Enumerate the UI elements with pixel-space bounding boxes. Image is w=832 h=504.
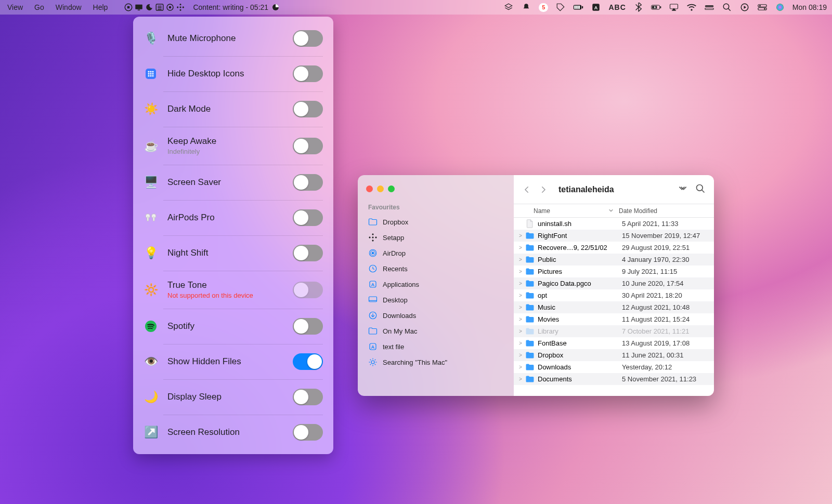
file-row[interactable]: >Library7 October 2021, 11:21 [514, 325, 714, 337]
wifi-icon[interactable] [686, 2, 697, 12]
siri-icon[interactable] [775, 2, 785, 12]
panel-row-toggle[interactable] [293, 209, 323, 226]
panel-row-mute-microphone[interactable]: 🎙️Mute Microphone [133, 21, 333, 56]
nav-forward-button[interactable] [539, 185, 548, 194]
panel-row-toggle[interactable] [293, 174, 323, 191]
menu-view[interactable]: View [7, 3, 23, 11]
panel-row-toggle[interactable] [293, 138, 323, 154]
disclosure-chevron-icon[interactable]: > [517, 304, 524, 310]
disclosure-chevron-icon[interactable]: > [517, 340, 524, 346]
sort-chevron-icon[interactable] [608, 207, 614, 215]
finder-column-header[interactable]: Name Date Modified [514, 204, 714, 218]
sidebar-item-applications[interactable]: AApplications [363, 276, 509, 292]
panel-row-toggle[interactable] [293, 65, 323, 82]
sidebar-item-searching-this-mac-[interactable]: Searching "This Mac" [363, 354, 509, 370]
stack-icon[interactable] [503, 2, 514, 12]
menubar-status-text[interactable]: Content: writing - 05:21 [193, 3, 268, 11]
sidebar-item-airdrop[interactable]: AirDrop [363, 245, 509, 261]
disclosure-chevron-icon[interactable]: > [517, 245, 524, 250]
sidebar-item-setapp[interactable]: Setapp [363, 230, 509, 245]
airplay-icon[interactable] [669, 2, 679, 12]
pie-icon[interactable] [270, 2, 281, 12]
panel-row-dark-mode[interactable]: ☀️Dark Mode [133, 91, 333, 127]
disclosure-chevron-icon[interactable]: > [517, 352, 524, 358]
panel-row-display-sleep[interactable]: 🌙Display Sleep [133, 379, 333, 415]
nav-back-button[interactable] [522, 185, 531, 194]
keyboard-layout-label[interactable]: ABC [608, 3, 626, 11]
file-row[interactable]: >Documents5 November 2021, 11:23 [514, 373, 714, 385]
panel-row-toggle[interactable] [293, 353, 323, 370]
panel-row-toggle[interactable] [293, 30, 323, 47]
menu-help[interactable]: Help [93, 3, 108, 11]
circle-icon[interactable] [165, 2, 175, 12]
sidebar-item-on-my-mac[interactable]: On My Mac [363, 323, 509, 339]
column-date-label[interactable]: Date Modified [619, 207, 714, 215]
panel-row-show-hidden-files[interactable]: 👁️Show Hidden Files [133, 344, 333, 379]
file-row[interactable]: >DownloadsYesterday, 20:12 [514, 361, 714, 373]
panel-row-toggle[interactable] [293, 318, 323, 335]
disclosure-chevron-icon[interactable]: > [517, 328, 524, 334]
display-icon[interactable] [134, 2, 144, 12]
disclosure-chevron-icon[interactable]: > [517, 281, 524, 286]
file-row[interactable]: >Pictures9 July 2021, 11:15 [514, 266, 714, 277]
toolbar-search-button[interactable] [695, 183, 706, 195]
file-row[interactable]: >Movies11 August 2021, 15:24 [514, 313, 714, 325]
column-name-label[interactable]: Name [534, 207, 550, 215]
panel-row-toggle[interactable] [293, 389, 323, 405]
file-row[interactable]: >RightFont15 November 2019, 12:47 [514, 230, 714, 242]
panel-row-toggle[interactable] [293, 245, 323, 261]
disclosure-chevron-icon[interactable]: > [517, 257, 524, 262]
disclosure-chevron-icon[interactable]: > [517, 293, 524, 298]
disclosure-chevron-icon[interactable]: > [517, 376, 524, 382]
file-row[interactable]: uninstall.sh5 April 2021, 11:33 [514, 218, 714, 230]
disclosure-chevron-icon[interactable]: > [517, 364, 524, 370]
panel-row-screen-resolution[interactable]: ↗️Screen Resolution [133, 415, 333, 450]
disclosure-chevron-icon[interactable]: > [517, 233, 524, 238]
search-menubar-icon[interactable] [722, 2, 732, 12]
panel-row-night-shift[interactable]: 💡Night Shift [133, 235, 333, 271]
list-icon[interactable] [154, 2, 165, 12]
disclosure-chevron-icon[interactable]: > [517, 316, 524, 322]
panel-row-hide-desktop-icons[interactable]: Hide Desktop Icons [133, 56, 333, 91]
menu-window[interactable]: Window [56, 3, 82, 11]
panel-row-true-tone[interactable]: 🔆True ToneNot supported on this device [133, 271, 333, 309]
control-center-icon[interactable] [757, 2, 768, 12]
panel-row-screen-saver[interactable]: 🖥️Screen Saver [133, 165, 333, 200]
close-button[interactable] [366, 185, 373, 192]
file-row[interactable]: >Music12 August 2021, 10:48 [514, 301, 714, 313]
sidebar-item-recents[interactable]: Recents [363, 261, 509, 276]
toolbar-overflow-button[interactable] [678, 184, 688, 194]
bell-fill-icon[interactable] [521, 2, 531, 12]
menubar-app-icon[interactable] [123, 2, 134, 12]
setapp-menubar-icon[interactable] [175, 2, 186, 12]
panel-row-spotify[interactable]: Spotify [133, 309, 333, 344]
file-row[interactable]: >Dropbox11 June 2021, 00:31 [514, 349, 714, 361]
file-row[interactable]: >FontBase13 August 2019, 17:08 [514, 337, 714, 349]
tag-icon[interactable] [555, 2, 566, 12]
input-switch-icon[interactable]: A [591, 2, 601, 12]
menubar-clock[interactable]: Mon 08:19 [792, 3, 827, 11]
maximize-button[interactable] [388, 185, 395, 192]
file-row[interactable]: >Pagico Data.pgco10 June 2020, 17:54 [514, 277, 714, 289]
minimize-button[interactable] [377, 185, 384, 192]
file-row[interactable]: >opt30 April 2021, 18:20 [514, 289, 714, 301]
file-row[interactable]: >Recovere…9, 22/51/0229 August 2019, 22:… [514, 242, 714, 254]
battery-menubar-icon[interactable] [573, 2, 583, 12]
control-icon[interactable] [704, 2, 714, 12]
panel-row-keep-awake[interactable]: ☕Keep AwakeIndefinitely [133, 127, 333, 165]
sidebar-item-text-file[interactable]: Atext file [363, 339, 509, 354]
sidebar-item-downloads[interactable]: Downloads [363, 308, 509, 323]
battery-charging-icon[interactable] [651, 2, 661, 12]
panel-row-toggle[interactable] [293, 424, 323, 441]
sidebar-item-dropbox[interactable]: Dropbox [363, 214, 509, 230]
panel-row-toggle[interactable] [293, 101, 323, 117]
notification-badge[interactable]: 5 [539, 3, 548, 12]
play-circle-icon[interactable] [739, 2, 750, 12]
finder-file-list[interactable]: uninstall.sh5 April 2021, 11:33>RightFon… [514, 218, 714, 396]
file-row[interactable]: >Public4 January 1970, 22:30 [514, 254, 714, 266]
menu-go[interactable]: Go [34, 3, 44, 11]
disclosure-chevron-icon[interactable]: > [517, 269, 524, 274]
bluetooth-icon[interactable] [633, 2, 644, 12]
moon-icon[interactable] [144, 2, 154, 12]
panel-row-airpods-pro[interactable]: AirPods Pro [133, 200, 333, 235]
